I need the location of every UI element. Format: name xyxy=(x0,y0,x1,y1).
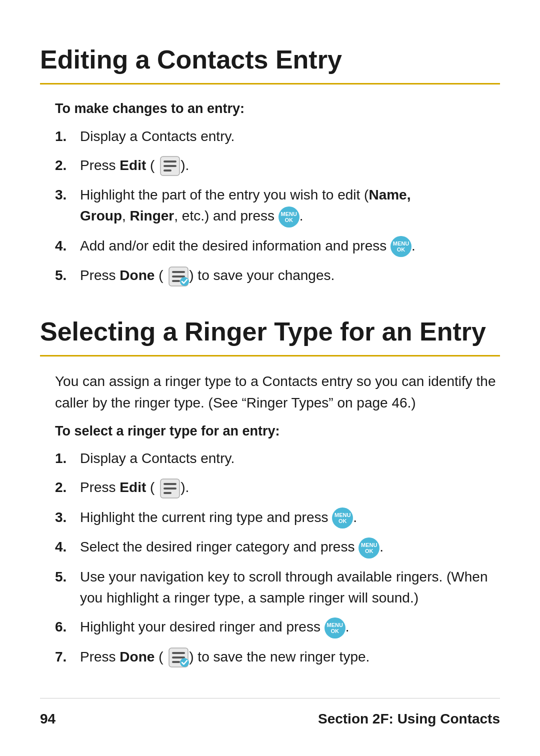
svg-rect-3 xyxy=(164,170,172,172)
section2-step-4: 4. Select the desired ringer category an… xyxy=(55,536,500,558)
svg-rect-16 xyxy=(172,661,180,663)
svg-rect-7 xyxy=(172,280,180,282)
footer: 94 Section 2F: Using Contacts xyxy=(40,698,500,730)
menu-ok-icon: MENUOK xyxy=(332,508,353,528)
step-number: 4. xyxy=(55,236,80,256)
svg-rect-11 xyxy=(164,488,176,490)
step-number: 2. xyxy=(55,155,80,176)
section2-step-6: 6. Highlight your desired ringer and pre… xyxy=(55,616,500,638)
step-content: Add and/or edit the desired information … xyxy=(80,236,500,258)
step-number: 2. xyxy=(55,477,80,498)
step-content: Press Done ( ) to save the new ringer ty… xyxy=(80,646,500,668)
section1-bold-label: To make changes to an entry: xyxy=(55,98,500,119)
step-content: Highlight your desired ringer and press … xyxy=(80,616,500,638)
step-number: 5. xyxy=(55,566,80,588)
section2-steps: 1. Display a Contacts entry. 2. Press Ed… xyxy=(55,448,500,668)
section1-title: Editing a Contacts Entry xyxy=(40,40,500,79)
section1-steps: 1. Display a Contacts entry. 2. Press Ed… xyxy=(55,126,500,287)
section1-step-4: 4. Add and/or edit the desired informati… xyxy=(55,236,500,258)
section2-step-5: 5. Use your navigation key to scroll thr… xyxy=(55,566,500,608)
step-number: 1. xyxy=(55,126,80,147)
step-content: Display a Contacts entry. xyxy=(80,448,500,469)
section1-divider xyxy=(40,83,500,84)
section1-step-5: 5. Press Done ( ) to save your changes. xyxy=(55,265,500,287)
step-number: 1. xyxy=(55,448,80,469)
step-content: Use your navigation key to scroll throug… xyxy=(80,566,500,608)
step-number: 7. xyxy=(55,646,80,668)
section2-step-2: 2. Press Edit ( ). xyxy=(55,477,500,499)
done-icon xyxy=(168,266,189,287)
menu-ok-icon: MENUOK xyxy=(390,236,412,257)
step-number: 3. xyxy=(55,507,80,528)
svg-rect-6 xyxy=(172,276,185,278)
step-content: Highlight the current ring type and pres… xyxy=(80,507,500,529)
menu-ok-icon: MENUOK xyxy=(278,206,300,228)
footer-page-number: 94 xyxy=(40,708,56,730)
step-content: Press Done ( ) to save your changes. xyxy=(80,265,500,287)
step-number: 5. xyxy=(55,265,80,286)
svg-rect-10 xyxy=(164,483,176,485)
svg-rect-5 xyxy=(172,271,185,273)
section2-paragraph: You can assign a ringer type to a Contac… xyxy=(55,370,500,414)
svg-rect-15 xyxy=(172,656,185,658)
step-content: Highlight the part of the entry you wish… xyxy=(80,184,500,228)
section1-step-3: 3. Highlight the part of the entry you w… xyxy=(55,184,500,228)
step-content: Press Edit ( ). xyxy=(80,477,500,499)
svg-rect-2 xyxy=(164,165,176,167)
edit-icon xyxy=(160,478,180,499)
step-content: Select the desired ringer category and p… xyxy=(80,536,500,558)
svg-rect-1 xyxy=(164,160,176,162)
section2-bold-label: To select a ringer type for an entry: xyxy=(55,421,500,442)
step-number: 6. xyxy=(55,616,80,638)
svg-rect-14 xyxy=(172,652,185,654)
section2-step-3: 3. Highlight the current ring type and p… xyxy=(55,507,500,529)
step-content: Display a Contacts entry. xyxy=(80,126,500,147)
step-number: 3. xyxy=(55,184,80,206)
menu-ok-icon: MENUOK xyxy=(324,618,346,638)
section1-step-2: 2. Press Edit ( ). xyxy=(55,155,500,177)
section2-step-1: 1. Display a Contacts entry. xyxy=(55,448,500,469)
section2-title: Selecting a Ringer Type for an Entry xyxy=(40,312,500,351)
svg-rect-12 xyxy=(164,492,172,494)
section2-step-7: 7. Press Done ( ) to save the new ringer… xyxy=(55,646,500,668)
menu-ok-icon: MENUOK xyxy=(358,538,380,558)
section2-divider xyxy=(40,355,500,356)
section1-step-1: 1. Display a Contacts entry. xyxy=(55,126,500,147)
step-number: 4. xyxy=(55,536,80,558)
footer-section-label: Section 2F: Using Contacts xyxy=(318,708,500,730)
done-icon xyxy=(168,647,189,668)
edit-icon xyxy=(160,156,180,176)
step-content: Press Edit ( ). xyxy=(80,155,500,177)
